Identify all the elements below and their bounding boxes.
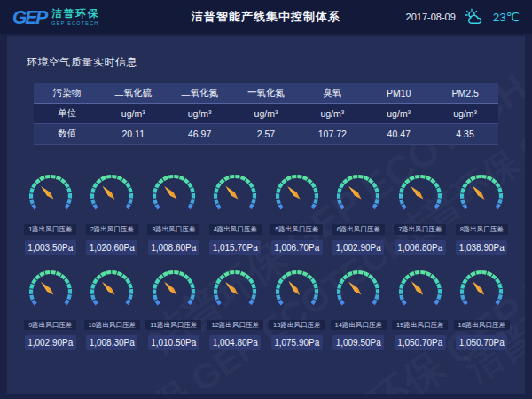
gauge-dial bbox=[332, 171, 385, 215]
pollutant-value: 2.57 bbox=[233, 129, 300, 139]
gauge-label: 1路出风口压差 bbox=[24, 224, 76, 235]
gauge-cell: 13路出风口压差1,075.90Pa bbox=[266, 267, 328, 351]
pollutant-unit: ug/m³ bbox=[432, 108, 498, 119]
gauge-label: 10路出风口压差 bbox=[84, 320, 140, 331]
gauge-needle bbox=[39, 280, 55, 296]
watermark: 洁普环保 GEP ECOTECH bbox=[456, 119, 525, 394]
gauge-arc bbox=[92, 272, 131, 304]
gauge-needle bbox=[224, 184, 240, 201]
header-right-group: 2017-08-09 23℃ bbox=[406, 8, 520, 26]
gauge-needle bbox=[409, 184, 425, 200]
gauge-cell: 6路出风口压差1,002.90Pa bbox=[328, 171, 390, 255]
gauge-dial bbox=[394, 267, 447, 311]
gauge-value: 1,008.30Pa bbox=[86, 335, 137, 350]
gauge-cell: 9路出风口压差1,002.90Pa bbox=[20, 267, 82, 351]
gauge-needle bbox=[286, 184, 301, 200]
gauge-dial bbox=[147, 171, 200, 215]
gauge-label: 11路出风口压差 bbox=[145, 320, 201, 331]
gauge-needle bbox=[39, 184, 55, 200]
gauge-needle bbox=[223, 280, 239, 296]
temperature-label: 23℃ bbox=[493, 10, 520, 24]
gauge-label: 4路出风口压差 bbox=[209, 224, 262, 235]
gauge-label: 13路出风口压差 bbox=[269, 320, 325, 331]
gauge-needle bbox=[101, 184, 117, 201]
table-row-values: 数值 20.11 46.97 2.57 107.72 40.47 4.35 bbox=[34, 124, 498, 145]
gauge-cell: 16路出风口压差1,050.70Pa bbox=[451, 267, 513, 351]
gauge-label: 3路出风口压差 bbox=[147, 224, 200, 235]
pollutant-name: PM10 bbox=[365, 88, 432, 98]
gauge-dial bbox=[270, 267, 324, 311]
gauge-label: 2路出风口压差 bbox=[86, 224, 138, 235]
brand-name-cn: 洁普环保 bbox=[51, 8, 99, 20]
gauge-needle bbox=[286, 279, 301, 296]
gauge-label: 12路出风口压差 bbox=[207, 320, 263, 331]
gauge-arc bbox=[154, 272, 193, 304]
gauge-needle bbox=[348, 279, 364, 295]
pollutant-unit: ug/m³ bbox=[100, 108, 167, 119]
row-header: 数值 bbox=[34, 128, 100, 140]
gauge-needle bbox=[410, 279, 425, 296]
gauge-dial bbox=[455, 267, 508, 311]
gauge-cell: 12路出风口压差1,004.80Pa bbox=[205, 267, 267, 351]
gauge-needle bbox=[162, 279, 178, 295]
pollutant-unit: ug/m³ bbox=[233, 108, 300, 119]
gauge-value: 1,010.50Pa bbox=[148, 335, 200, 350]
gauge-dial bbox=[208, 267, 262, 311]
gauge-arc bbox=[92, 176, 131, 208]
pollutant-unit: ug/m³ bbox=[167, 108, 233, 119]
gauge-value: 1,006.70Pa bbox=[271, 240, 323, 255]
gauge-value: 1,015.70Pa bbox=[209, 240, 261, 255]
gauge-dial bbox=[332, 267, 385, 311]
gauge-grid-row-2: 9路出风口压差1,002.90Pa10路出风口压差1,008.30Pa11路出风… bbox=[20, 267, 512, 351]
gauge-cell: 14路出风口压差1,009.50Pa bbox=[328, 267, 390, 351]
gauge-needle bbox=[347, 184, 363, 200]
air-quality-table: 污染物 二氧化硫 二氧化氮 一氧化氮 臭氧 PM10 PM2.5 单位 ug/m… bbox=[34, 83, 498, 145]
pollutant-name: 一氧化氮 bbox=[233, 87, 300, 99]
gauge-arc bbox=[339, 272, 378, 304]
gauge-label: 14路出风口压差 bbox=[331, 320, 387, 331]
pollutant-value: 40.47 bbox=[365, 129, 432, 139]
gauge-value: 1,020.60Pa bbox=[86, 240, 137, 255]
gauge-arc bbox=[31, 176, 70, 208]
gauge-dial bbox=[85, 171, 138, 215]
gauge-value: 1,009.50Pa bbox=[332, 335, 384, 350]
row-header: 单位 bbox=[34, 107, 100, 120]
pollutant-name: PM2.5 bbox=[432, 88, 498, 98]
pollutant-name: 臭氧 bbox=[299, 87, 365, 99]
gauge-arc bbox=[215, 176, 254, 208]
gauge-value: 1,050.70Pa bbox=[395, 335, 446, 350]
gauge-dial bbox=[208, 171, 262, 215]
gauge-needle bbox=[162, 184, 178, 200]
date-label: 2017-08-09 bbox=[406, 12, 456, 22]
gauge-value: 1,004.80Pa bbox=[209, 335, 261, 350]
gauge-dial bbox=[394, 171, 447, 215]
gauge-label: 8路出风口压差 bbox=[456, 224, 508, 235]
gauge-cell: 1路出风口压差1,003.50Pa bbox=[20, 171, 82, 255]
gauge-dial bbox=[24, 171, 77, 215]
row-header: 污染物 bbox=[34, 87, 100, 99]
gauge-dial bbox=[85, 267, 138, 311]
gauge-cell: 3路出风口压差1,008.60Pa bbox=[143, 171, 205, 255]
gauge-arc bbox=[401, 176, 440, 208]
gauge-cell: 11路出风口压差1,010.50Pa bbox=[143, 267, 205, 351]
gauge-value: 1,008.60Pa bbox=[148, 240, 200, 255]
pollutant-name: 二氧化氮 bbox=[167, 87, 233, 99]
gauge-value: 1,050.70Pa bbox=[456, 335, 507, 350]
table-row-units: 单位 ug/m³ ug/m³ ug/m³ ug/m³ ug/m³ ug/m³ bbox=[34, 104, 498, 124]
app-logo: GEP 洁普环保 GEP ECOTECH bbox=[12, 8, 99, 27]
page-title: 洁普智能产线集中控制体系 bbox=[192, 9, 340, 25]
app-header: GEP 洁普环保 GEP ECOTECH 洁普智能产线集中控制体系 2017-0… bbox=[0, 0, 532, 34]
gauge-value: 1,038.90Pa bbox=[456, 240, 507, 255]
pollutant-name: 二氧化硫 bbox=[100, 87, 167, 99]
pollutant-value: 46.97 bbox=[167, 129, 233, 139]
gauge-arc bbox=[31, 272, 70, 304]
brand-name-en: GEP ECOTECH bbox=[51, 20, 99, 26]
gauge-label: 9路出风口压差 bbox=[24, 320, 76, 331]
gauge-needle bbox=[100, 280, 116, 296]
gauge-cell: 15路出风口压差1,050.70Pa bbox=[389, 267, 451, 351]
gauge-needle bbox=[471, 184, 487, 201]
gep-logo-mark: GEP bbox=[12, 7, 46, 27]
gauge-label: 5路出风口压差 bbox=[270, 224, 323, 235]
gauge-arc bbox=[278, 176, 317, 208]
gauge-value: 1,002.90Pa bbox=[332, 240, 384, 255]
